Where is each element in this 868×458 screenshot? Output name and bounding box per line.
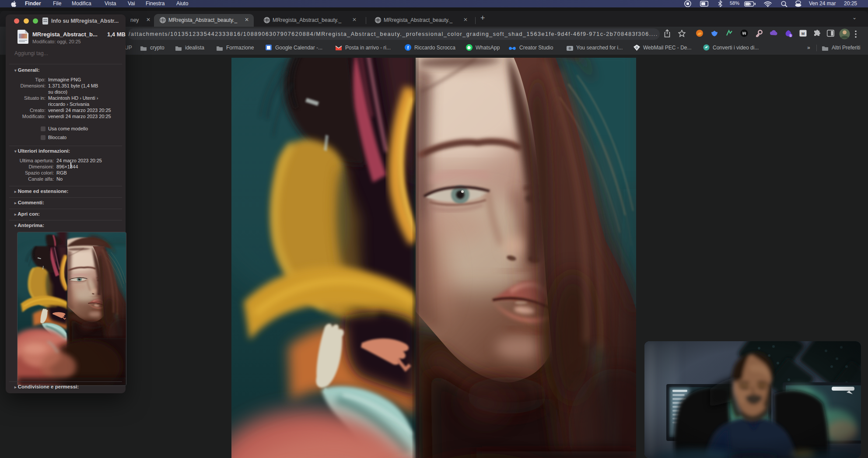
svg-text:5: 5	[790, 34, 791, 37]
svg-text:M: M	[802, 31, 805, 36]
